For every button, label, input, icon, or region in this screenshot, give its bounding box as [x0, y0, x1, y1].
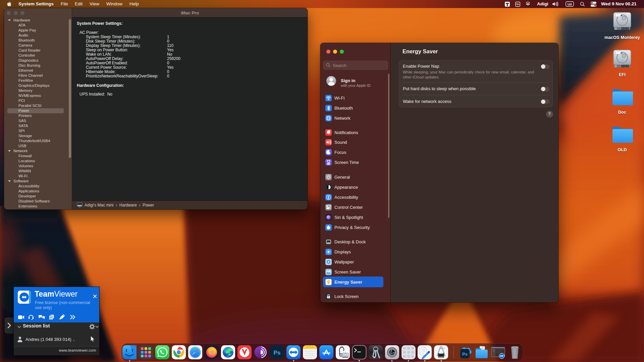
svg-text:US: US [568, 2, 572, 6]
svg-text:Ps: Ps [274, 350, 281, 356]
svg-text:Ps: Ps [462, 352, 468, 357]
